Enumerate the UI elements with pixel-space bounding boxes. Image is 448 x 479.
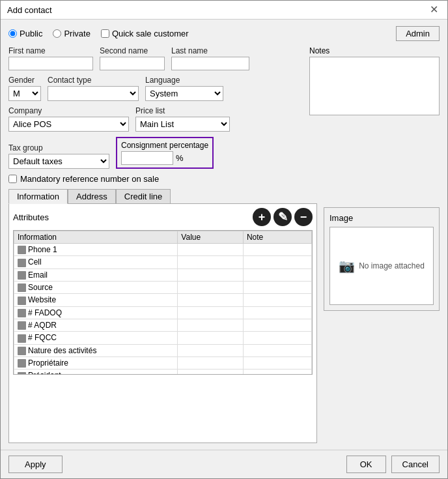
attr-value-cell xyxy=(178,319,244,331)
attributes-table: Information Value Note Phone 1CellEmailS… xyxy=(14,231,312,374)
col-information: Information xyxy=(14,231,178,244)
tab-address[interactable]: Address xyxy=(68,189,116,204)
contact-type-label: Contact type xyxy=(48,76,139,85)
table-row[interactable]: Nature des activités xyxy=(14,344,312,356)
table-row[interactable]: Propriétaire xyxy=(14,356,312,369)
mandatory-checkbox[interactable] xyxy=(8,175,17,183)
notes-group: Notes xyxy=(309,46,440,184)
contact-type-group: Contact type xyxy=(48,76,139,101)
gender-group: Gender M F xyxy=(8,76,41,101)
table-row[interactable]: Cell xyxy=(14,256,312,269)
image-section: Image 📷 No image attached xyxy=(324,207,440,443)
attr-value-cell xyxy=(178,269,244,281)
company-select[interactable]: Alice POS xyxy=(8,117,129,132)
attributes-scroll[interactable]: Information Value Note Phone 1CellEmailS… xyxy=(14,231,312,374)
first-name-group: First name xyxy=(8,46,93,70)
contact-type-select[interactable] xyxy=(48,86,139,101)
attr-note-cell xyxy=(243,306,311,319)
language-label: Language xyxy=(145,76,223,85)
gender-select[interactable]: M F xyxy=(8,86,41,101)
tax-group-group: Tax group Default taxes xyxy=(8,143,109,169)
row-icon xyxy=(18,259,26,267)
table-row[interactable]: Website xyxy=(14,294,312,306)
price-list-select[interactable]: Main List xyxy=(135,117,230,132)
table-row[interactable]: Phone 1 xyxy=(14,244,312,256)
consignment-box: Consignment percentage % xyxy=(116,137,214,169)
attr-info-cell: Source xyxy=(14,281,178,293)
camera-icon: 📷 xyxy=(339,258,355,274)
apply-button[interactable]: Apply xyxy=(8,456,63,473)
table-row[interactable]: Email xyxy=(14,269,312,281)
attr-note-cell xyxy=(243,281,311,293)
top-fields-layout: First name Second name Last name xyxy=(8,46,440,184)
row-icon xyxy=(18,309,26,317)
attr-value-cell xyxy=(178,306,244,319)
language-select[interactable]: System xyxy=(145,86,223,101)
attr-info-cell: Cell xyxy=(14,256,178,269)
row-icon xyxy=(18,347,26,355)
second-name-label: Second name xyxy=(100,46,165,55)
dialog-title: Add contact xyxy=(7,5,52,15)
col-note: Note xyxy=(243,231,311,244)
attr-note-cell xyxy=(243,244,311,256)
attr-note-cell xyxy=(243,356,311,369)
attr-note-cell xyxy=(243,370,311,374)
language-group: Language System xyxy=(145,76,223,101)
radio-admin-row: Public Private Quick sale customer Admin xyxy=(8,26,440,41)
edit-attribute-button[interactable]: ✎ xyxy=(273,208,292,226)
attributes-header: Attributes + ✎ − xyxy=(13,208,313,226)
attr-value-cell xyxy=(178,244,244,256)
tab-credit-line[interactable]: Credit line xyxy=(116,189,171,204)
attr-note-cell xyxy=(243,332,311,344)
name-row: First name Second name Last name xyxy=(8,46,303,70)
attr-note-cell xyxy=(243,269,311,281)
last-name-group: Last name xyxy=(171,46,249,70)
table-row[interactable]: # FADOQ xyxy=(14,306,312,319)
gcl-row: Gender M F Contact type Language xyxy=(8,76,303,101)
table-row[interactable]: # FQCC xyxy=(14,332,312,344)
consignment-inner: % xyxy=(121,151,208,165)
first-name-input[interactable] xyxy=(8,57,93,70)
tax-consign-row: Tax group Default taxes Consignment perc… xyxy=(8,137,303,169)
company-price-row: Company Alice POS Price list Main List xyxy=(8,106,303,132)
admin-button[interactable]: Admin xyxy=(396,26,440,41)
gender-label: Gender xyxy=(8,76,41,85)
tax-group-select[interactable]: Default taxes xyxy=(8,154,109,169)
second-name-group: Second name xyxy=(100,46,165,70)
tab-information[interactable]: Information xyxy=(8,189,68,204)
table-row[interactable]: Président xyxy=(14,370,312,374)
table-row[interactable]: # AQDR xyxy=(14,319,312,331)
notes-label: Notes xyxy=(309,46,440,55)
quicksale-checkbox[interactable]: Quick sale customer xyxy=(101,29,189,38)
visibility-group: Public Private Quick sale customer xyxy=(8,29,189,38)
attributes-table-container: Information Value Note Phone 1CellEmailS… xyxy=(13,230,313,375)
close-button[interactable]: ✕ xyxy=(427,5,441,15)
consignment-symbol: % xyxy=(176,153,184,163)
mandatory-row: Mandatory reference number on sale xyxy=(8,174,303,184)
main-layout: Information Address Credit line Attribut… xyxy=(8,189,440,443)
price-list-group: Price list Main List xyxy=(135,106,230,132)
private-radio[interactable]: Private xyxy=(53,29,90,38)
public-radio[interactable]: Public xyxy=(8,29,42,38)
first-name-label: First name xyxy=(8,46,93,55)
consignment-input[interactable] xyxy=(121,151,173,165)
table-row[interactable]: Source xyxy=(14,281,312,293)
attr-value-cell xyxy=(178,370,244,374)
image-panel-label: Image xyxy=(329,213,434,223)
image-panel: Image 📷 No image attached xyxy=(324,207,440,311)
notes-textarea[interactable] xyxy=(309,57,440,115)
footer-right: OK Cancel xyxy=(346,456,440,473)
attributes-label: Attributes xyxy=(13,212,49,222)
attr-info-cell: Président xyxy=(14,370,178,374)
mandatory-label: Mandatory reference number on sale xyxy=(20,174,159,184)
last-name-label: Last name xyxy=(171,46,249,55)
add-attribute-button[interactable]: + xyxy=(253,208,271,226)
second-name-input[interactable] xyxy=(100,57,165,70)
attr-note-cell xyxy=(243,344,311,356)
attr-value-cell xyxy=(178,281,244,293)
ok-button[interactable]: OK xyxy=(346,456,386,473)
last-name-input[interactable] xyxy=(171,57,249,70)
delete-attribute-button[interactable]: − xyxy=(294,208,313,226)
row-icon xyxy=(18,359,26,368)
cancel-button[interactable]: Cancel xyxy=(391,456,440,473)
